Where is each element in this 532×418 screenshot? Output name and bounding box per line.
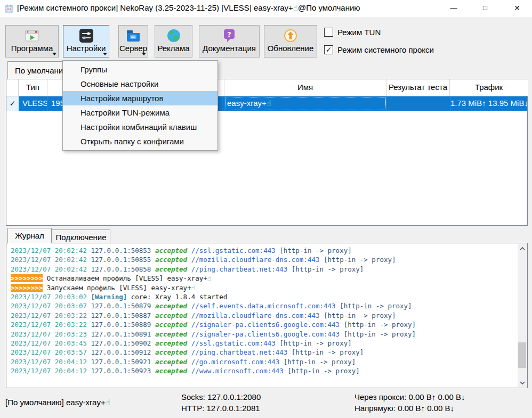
system-proxy-checkbox[interactable]: ✓: [324, 45, 333, 54]
log-text: 2023/12/07 20:02:42 127.0.0.1:50853 acce…: [11, 246, 416, 376]
window-title: [Режим системного прокси] NekoRay (3.25-…: [17, 3, 360, 13]
scroll-down-icon[interactable]: [518, 378, 527, 387]
column-header-traffic[interactable]: Трафик: [450, 79, 528, 96]
server-button-label: Сервер: [119, 44, 147, 53]
log-line: 2023/12/07 20:03:02 [Warning] core: Xray…: [11, 292, 416, 301]
log-line: 2023/12/07 20:03:22 127.0.0.1:50887 acce…: [11, 311, 416, 320]
hand-cursor-icon: ☝: [267, 99, 271, 108]
log-line: 2023/12/07 20:03:23 127.0.0.1:50891 acce…: [11, 330, 416, 339]
column-header-type[interactable]: Тип: [19, 79, 47, 96]
chevron-down-icon: [142, 53, 146, 55]
server-row-active-check: ✓: [6, 96, 19, 111]
update-button-label: Обновление: [268, 44, 314, 53]
column-header-check[interactable]: [6, 79, 19, 96]
settings-sliders-icon: [79, 28, 94, 43]
menu-item-routing-settings[interactable]: Настройки маршрутов: [63, 91, 217, 105]
menu-item-open-config-folder[interactable]: Открыть папку с конфигами: [63, 134, 217, 149]
log-scrollbar[interactable]: [518, 244, 527, 387]
nekoray-window: [Режим системного прокси] NekoRay (3.25-…: [0, 0, 532, 418]
program-button[interactable]: Программа: [5, 25, 59, 58]
hand-cursor-icon: ☝: [106, 398, 110, 407]
question-bubble-icon: ?: [222, 28, 237, 43]
program-button-label: Программа: [11, 44, 53, 53]
program-window-play-icon: [25, 28, 39, 43]
close-button[interactable]: ✕: [505, 0, 529, 17]
server-row-traffic: 1.73 MiB↑ 13.95 MiB↓: [450, 96, 527, 111]
log-line: 2023/12/07 20:02:42 127.0.0.1:50853 acce…: [11, 246, 416, 255]
menu-item-tun-settings[interactable]: Настройки TUN-режима: [63, 105, 217, 120]
server-row-name: easy-xray+☝: [224, 96, 386, 111]
titlebar: [Режим системного прокси] NekoRay (3.25-…: [0, 0, 532, 17]
documentation-button-label: Документация: [203, 44, 256, 53]
status-current-profile: [По умолчанию] easy-xray+☝: [5, 398, 110, 407]
log-line: 2023/12/07 20:04:12 127.0.0.1:50923 acce…: [11, 366, 416, 375]
log-line: 2023/12/07 20:02:42 127.0.0.1:50855 acce…: [11, 255, 416, 264]
log-line: >>>>>>>> Останавливаем профиль [VLESS] e…: [11, 274, 416, 283]
chevron-down-icon: [52, 53, 57, 55]
group-tab-default[interactable]: По умолчанию: [7, 61, 63, 79]
minimize-button[interactable]: —: [441, 0, 466, 17]
scrollbar-thumb[interactable]: [518, 342, 526, 368]
svg-text:?: ?: [227, 30, 231, 38]
status-http-address: HTTP: 127.0.0.1:2081: [181, 404, 260, 413]
tun-mode-label: Режим TUN: [337, 28, 381, 37]
ads-button[interactable]: Реклама: [155, 25, 192, 58]
server-row-test-result: [386, 96, 450, 111]
column-header-name[interactable]: Имя: [224, 79, 386, 96]
scroll-up-icon[interactable]: [518, 244, 527, 253]
tun-mode-checkbox[interactable]: [324, 28, 333, 37]
log-line: 2023/12/07 20:02:42 127.0.0.1:50858 acce…: [11, 265, 416, 274]
status-socks-address: Socks: 127.0.0.1:2080: [181, 392, 261, 401]
maximize-button[interactable]: □: [473, 0, 497, 17]
log-view[interactable]: 2023/12/07 20:02:42 127.0.0.1:50853 acce…: [6, 243, 528, 388]
update-button[interactable]: Обновление: [264, 25, 317, 58]
ads-button-label: Реклама: [157, 44, 189, 53]
log-line: 2023/12/07 20:03:22 127.0.0.1:50889 acce…: [11, 320, 416, 329]
system-proxy-label: Режим системного прокси: [337, 45, 434, 54]
update-arrow-icon: [283, 28, 298, 43]
app-icon: [4, 4, 14, 13]
server-row-type: VLESS: [19, 96, 47, 111]
settings-dropdown-menu: Группы Основные настройки Настройки марш…: [62, 60, 218, 151]
globe-icon: [166, 28, 181, 43]
status-direct-traffic: Напрямую: 0.00 B↑ 0.00 B↓: [354, 404, 454, 413]
menu-item-basic-settings[interactable]: Основные настройки: [63, 77, 217, 91]
log-line: 2023/12/07 20:03:07 127.0.0.1:50879 acce…: [11, 301, 416, 310]
status-bar: [По умолчанию] easy-xray+☝ Socks: 127.0.…: [0, 388, 532, 418]
log-line: 2023/12/07 20:03:57 127.0.0.1:50912 acce…: [11, 348, 416, 357]
log-line: >>>>>>>> Запускаем профиль [VLESS] easy-…: [11, 283, 416, 292]
system-proxy-checkbox-row: ✓ Режим системного прокси: [324, 45, 434, 54]
menu-item-hotkey-settings[interactable]: Настройки комбинаций клавиш: [63, 120, 217, 134]
settings-button[interactable]: Настройки: [63, 25, 109, 58]
documentation-button[interactable]: ? Документация: [199, 25, 260, 58]
server-button[interactable]: Сервер: [118, 25, 148, 58]
log-line: 2023/12/07 20:04:12 127.0.0.1:50921 acce…: [11, 357, 416, 366]
settings-button-label: Настройки: [67, 44, 106, 53]
menu-item-groups[interactable]: Группы: [63, 62, 217, 77]
hand-cursor-icon: ☝: [293, 3, 298, 12]
tun-mode-checkbox-row: Режим TUN: [324, 28, 381, 37]
tab-log[interactable]: Журнал: [7, 228, 52, 243]
server-folder-icon: [126, 28, 141, 43]
log-line: 2023/12/07 20:03:45 127.0.0.1:50902 acce…: [11, 339, 416, 348]
status-proxy-traffic: Через прокси: 0.00 B↑ 0.00 B↓: [354, 392, 465, 401]
column-header-test-result[interactable]: Результат теста: [386, 79, 450, 96]
chevron-down-icon: [103, 53, 107, 55]
tab-connections[interactable]: Подключение: [52, 230, 110, 243]
